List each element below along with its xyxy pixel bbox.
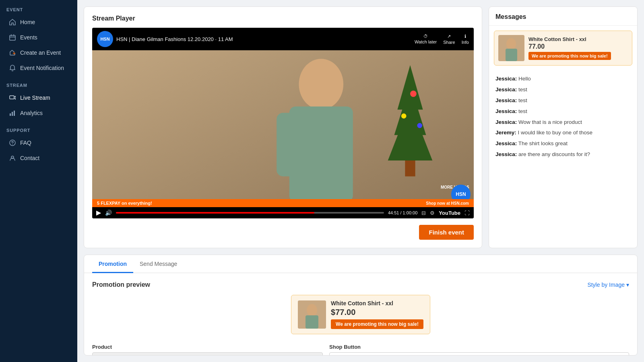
- svg-point-24: [307, 304, 317, 316]
- sidebar-contact-label: Contact: [20, 155, 39, 161]
- shop-button-input[interactable]: [329, 352, 629, 356]
- info-button[interactable]: ℹ Info: [462, 34, 469, 45]
- sidebar-events-label: Events: [20, 34, 37, 41]
- video-container: HSN HSN | Diane Gilman Fashions 12.20.20…: [92, 28, 474, 218]
- chevron-down-icon: ▾: [626, 282, 629, 288]
- sidebar-faq-label: FAQ: [20, 140, 31, 146]
- svg-rect-0: [10, 35, 15, 40]
- svg-rect-11: [277, 113, 295, 177]
- analytics-icon: [9, 109, 16, 117]
- sidebar-item-analytics[interactable]: Analytics: [2, 106, 75, 120]
- chat-message: Jessica: Wow that is a nice product: [495, 119, 631, 126]
- svg-rect-1: [10, 96, 14, 99]
- sidebar-live-stream-label: Live Stream: [20, 95, 50, 101]
- chat-message: Jessica: are there any discounts for it?: [495, 151, 631, 158]
- promo-preview-banner: White Cotton Shirt - xxl $77.00 We are p…: [92, 295, 629, 334]
- svg-point-21: [506, 38, 516, 49]
- promo-preview-header: Promotion preview Style by Image ▾: [92, 281, 629, 288]
- video-content: EXCLUSIVE 088-786 DG2 Wrinkle Resistant …: [92, 50, 474, 207]
- sidebar-item-home[interactable]: Home: [2, 15, 75, 29]
- player-card: Stream Player HSN HSN | Diane Gilman Fas…: [84, 6, 482, 248]
- promo-cta: We are promoting this now big sale!: [528, 52, 611, 60]
- youtube-logo: YouTube: [439, 210, 460, 216]
- progress-fill: [116, 212, 314, 214]
- svg-rect-25: [305, 315, 318, 329]
- tab-content: Promotion preview Style by Image ▾: [84, 273, 637, 356]
- svg-point-18: [401, 113, 407, 119]
- finish-event-button[interactable]: Finish event: [419, 225, 474, 240]
- promo-product-name: White Cotton Shirt - xxl: [528, 36, 628, 42]
- play-button[interactable]: ▶: [96, 210, 101, 216]
- sidebar-item-contact[interactable]: Contact: [2, 151, 75, 165]
- time-display: 44:51 / 1:00:00: [388, 210, 417, 215]
- svg-rect-4: [14, 111, 15, 116]
- promo-thumbnail: [498, 35, 524, 61]
- settings-button[interactable]: ⚙: [430, 210, 435, 216]
- progress-bar[interactable]: [116, 212, 384, 214]
- event-section-label: EVENT: [0, 0, 77, 14]
- style-by-image-button[interactable]: Style by Image ▾: [587, 282, 629, 288]
- chat-message: Jessica: Hello: [495, 75, 631, 83]
- sidebar-item-live-stream[interactable]: Live Stream: [2, 90, 75, 105]
- sidebar-item-faq[interactable]: FAQ: [2, 136, 75, 150]
- top-row: Stream Player HSN HSN | Diane Gilman Fas…: [84, 6, 638, 248]
- messages-card: Messages White Cotton Shirt - xxl 77.00 …: [489, 6, 638, 248]
- contact-icon: [9, 154, 16, 162]
- svg-rect-22: [506, 49, 517, 61]
- subtitles-button[interactable]: ⊟: [421, 210, 426, 216]
- svg-rect-12: [334, 110, 351, 170]
- svg-rect-16: [405, 160, 415, 177]
- volume-button[interactable]: 🔊: [105, 210, 112, 216]
- messages-header: Messages: [489, 7, 637, 26]
- preview-price: $77.00: [331, 308, 423, 317]
- fullscreen-button[interactable]: ⛶: [464, 210, 470, 216]
- share-icon: ↗: [447, 34, 451, 39]
- svg-point-19: [417, 123, 422, 128]
- sidebar: EVENT Home Events Create an Event: [0, 0, 77, 362]
- create-event-icon: [9, 49, 16, 56]
- form-row: Product White Cotton Shirt - xxl Shop Bu…: [92, 344, 629, 356]
- video-center: [92, 50, 474, 207]
- video-top-actions: ⏱ Watch later ↗ Share ℹ Info: [415, 34, 469, 45]
- stream-section-label: STREAM: [0, 76, 77, 90]
- preview-banner-inner: White Cotton Shirt - xxl $77.00 We are p…: [291, 295, 430, 334]
- player-card-title: Stream Player: [92, 15, 474, 22]
- watch-later-button[interactable]: ⏱ Watch later: [415, 34, 437, 44]
- chat-message: Jessica: test: [495, 86, 631, 94]
- tab-promotion[interactable]: Promotion: [92, 255, 133, 273]
- video-title: HSN | Diane Gilman Fashions 12.20.2020 ·…: [116, 36, 411, 42]
- promo-price: 77.00: [528, 43, 628, 50]
- shop-button-form-group: Shop Button: [329, 344, 629, 356]
- sidebar-create-event-label: Create an Event: [20, 49, 61, 56]
- svg-point-17: [410, 90, 417, 97]
- watch-later-icon: ⏱: [423, 34, 428, 39]
- sidebar-item-create-event[interactable]: Create an Event: [2, 45, 75, 60]
- shop-button-label: Shop Button: [329, 344, 629, 350]
- video-controls: ▶ 🔊 44:51 / 1:00:00 ⊟ ⚙ YouTube ⛶: [92, 207, 474, 218]
- info-icon: ℹ: [464, 34, 466, 39]
- share-button[interactable]: ↗ Share: [443, 34, 455, 45]
- hsn-logo: HSN: [97, 31, 113, 47]
- preview-thumbnail: [298, 300, 326, 329]
- svg-rect-2: [10, 113, 11, 116]
- promotion-banner: White Cotton Shirt - xxl 77.00 We are pr…: [494, 31, 632, 66]
- sidebar-home-label: Home: [20, 19, 35, 25]
- home-icon: [9, 19, 16, 26]
- live-stream-icon: [9, 94, 16, 101]
- sidebar-analytics-label: Analytics: [20, 110, 43, 116]
- chat-message: Jessica: The shirt looks great: [495, 140, 631, 148]
- tab-send-message[interactable]: Send Message: [133, 255, 184, 273]
- preview-cta: We are promoting this now big sale!: [331, 319, 423, 329]
- svg-point-9: [299, 59, 344, 109]
- svg-point-6: [12, 144, 13, 145]
- svg-rect-3: [12, 112, 13, 116]
- notification-icon: [9, 64, 16, 72]
- tabs-bar: Promotion Send Message: [84, 255, 637, 273]
- sidebar-item-events[interactable]: Events: [2, 30, 75, 45]
- preview-product-name: White Cotton Shirt - xxl: [331, 300, 423, 306]
- bottom-card: Promotion Send Message Promotion preview…: [84, 255, 638, 356]
- support-section-label: SUPPORT: [0, 121, 77, 135]
- product-select[interactable]: White Cotton Shirt - xxl: [92, 352, 323, 356]
- sidebar-item-event-notification[interactable]: Event Notification: [2, 61, 75, 75]
- faq-icon: [9, 139, 16, 146]
